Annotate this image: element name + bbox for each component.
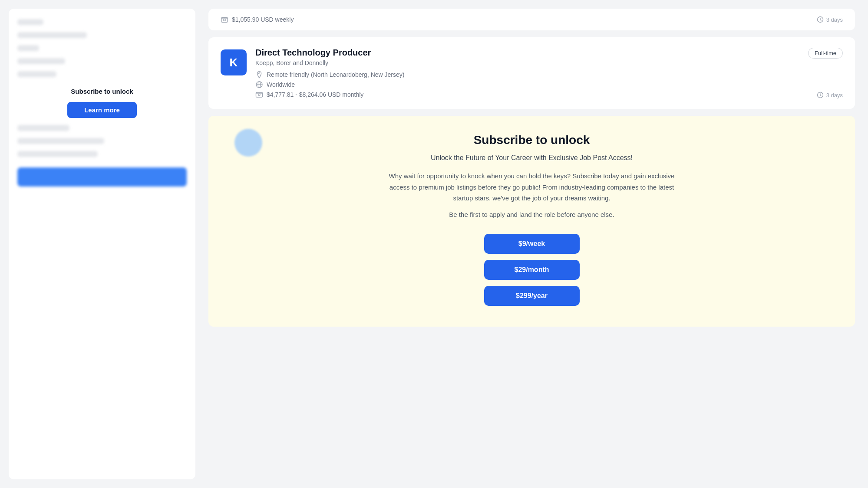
- globe-icon: [255, 81, 263, 88]
- clock-icon: [817, 16, 824, 23]
- main-content: $1,055.90 USD weekly 3 days K Direct Tec…: [195, 0, 868, 488]
- sidebar-blurred-2: [17, 32, 87, 38]
- subscribe-card: Subscribe to unlock Unlock the Future of…: [208, 116, 855, 327]
- sidebar-blurred-3: [17, 45, 39, 51]
- job-logo-letter: K: [230, 56, 238, 69]
- pricing-weekly-button[interactable]: $9/week: [484, 234, 580, 254]
- partial-time-text: 3 days: [826, 16, 843, 23]
- sidebar-blurred-7: [17, 138, 104, 144]
- job-title: Direct Technology Producer: [255, 48, 843, 58]
- job-salary: $4,777.81 - $8,264.06 USD monthly: [255, 91, 843, 98]
- svg-point-3: [259, 73, 260, 74]
- sidebar-blurred-6: [17, 125, 69, 131]
- svg-rect-6: [256, 92, 263, 97]
- partial-time-info: 3 days: [817, 16, 843, 23]
- job-time: 3 days: [817, 92, 843, 98]
- salary-icon-2: [255, 91, 263, 98]
- sidebar-blurred-8: [17, 151, 98, 157]
- job-worldwide-text: Worldwide: [267, 81, 295, 88]
- job-location-text: Remote friendly (North Leonardoberg, New…: [267, 71, 404, 78]
- subscribe-cta: Be the first to apply and land the role …: [449, 211, 614, 218]
- job-time-text: 3 days: [826, 92, 843, 98]
- job-salary-text: $4,777.81 - $8,264.06 USD monthly: [267, 91, 363, 98]
- pricing-buttons: $9/week $29/month $299/year: [234, 234, 829, 306]
- partial-job-card: $1,055.90 USD weekly 3 days: [208, 9, 855, 30]
- subscribe-subtitle: Unlock the Future of Your Career with Ex…: [431, 154, 633, 162]
- subscribe-title: Subscribe to unlock: [474, 133, 590, 147]
- job-worldwide: Worldwide: [255, 81, 843, 88]
- job-company: Koepp, Borer and Donnelly: [255, 59, 843, 66]
- job-location: Remote friendly (North Leonardoberg, New…: [255, 71, 843, 79]
- job-info: Direct Technology Producer Koepp, Borer …: [255, 48, 843, 98]
- sidebar-blurred-cta: [17, 167, 187, 187]
- sidebar-blurred-4: [17, 58, 65, 64]
- pricing-monthly-button[interactable]: $29/month: [484, 260, 580, 280]
- svg-point-7: [258, 94, 260, 95]
- job-meta: Remote friendly (North Leonardoberg, New…: [255, 71, 843, 98]
- job-badge: Full-time: [808, 48, 843, 59]
- location-icon: [255, 71, 263, 79]
- salary-icon: [221, 16, 228, 23]
- svg-point-1: [224, 19, 226, 21]
- sidebar-subscribe-title: Subscribe to unlock: [17, 88, 187, 95]
- sidebar-blurred-5: [17, 71, 56, 77]
- partial-salary-info: $1,055.90 USD weekly: [221, 16, 294, 23]
- job-logo: K: [221, 49, 247, 75]
- sidebar-learn-more-button[interactable]: Learn more: [67, 102, 137, 118]
- subscribe-avatar-decoration: [234, 129, 262, 157]
- sidebar-blurred-1: [17, 19, 43, 25]
- job-card: K Direct Technology Producer Koepp, Bore…: [208, 37, 855, 109]
- job-clock-icon: [817, 92, 824, 98]
- pricing-yearly-button[interactable]: $299/year: [484, 286, 580, 306]
- sidebar: Subscribe to unlock Learn more: [9, 9, 195, 479]
- subscribe-body: Why wait for opportunity to knock when y…: [384, 170, 680, 204]
- svg-rect-0: [221, 18, 228, 23]
- partial-salary-text: $1,055.90 USD weekly: [232, 16, 294, 23]
